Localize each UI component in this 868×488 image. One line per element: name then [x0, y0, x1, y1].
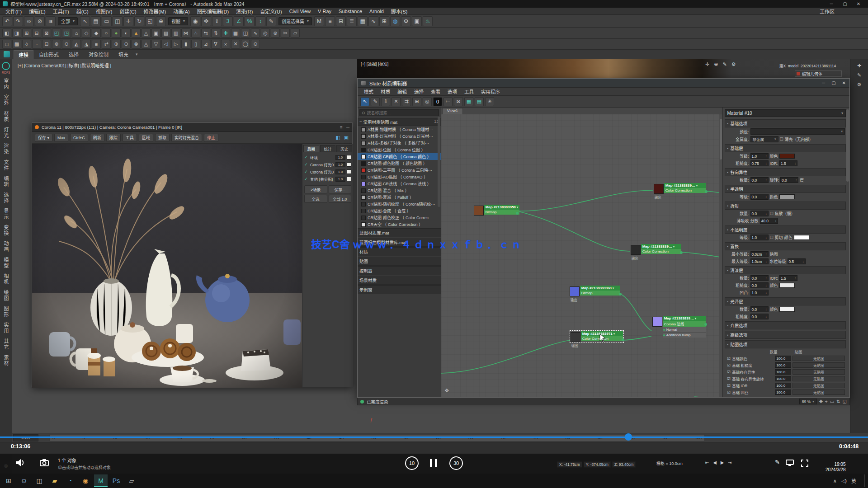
param-row[interactable]: 粗糙度: 0.75↕ IOR: 1.5↕ — [725, 160, 846, 167]
tool-icon[interactable]: ◎ — [261, 28, 270, 38]
video-progress-bar[interactable] — [0, 436, 868, 438]
workspace-label[interactable]: 工作区 — [820, 8, 866, 15]
material-list-item[interactable]: CR贴图-位图 （ Corona 位图 ） — [358, 146, 441, 153]
checkbox-icon[interactable]: ☑ — [727, 376, 731, 381]
monitor-icon[interactable] — [786, 460, 794, 468]
stop-button[interactable]: 停止 — [204, 134, 218, 142]
tool-icon[interactable]: ⇅ — [211, 28, 220, 38]
sidebar-category[interactable]: 绘图 — [2, 290, 9, 301]
tray-up-icon[interactable]: ∧ — [833, 478, 837, 484]
mirror-icon[interactable]: M▾ — [314, 16, 324, 26]
named-sets-combo[interactable]: 创建选择集▾ — [277, 17, 313, 25]
viewport-label[interactable]: [+] [Corona Camera001] [标准] [默认明暗处理 ] — [18, 62, 111, 69]
material-node[interactable]: Map #21383839… Corona 法线 Normal Addition… — [652, 316, 706, 338]
sidebar-category[interactable]: 变换 — [2, 225, 9, 236]
slate-menu-item[interactable]: 选项 — [444, 88, 461, 95]
sidebar-category[interactable]: 素材 — [2, 355, 9, 366]
lightmix-row[interactable]: ✓ 其他 (共分配) 1.0 — [303, 175, 352, 183]
ime-icon[interactable]: 英 — [851, 477, 856, 484]
layout-children-icon[interactable]: ⊠ — [454, 97, 463, 106]
library-section-header[interactable]: 示例窗 — [358, 285, 441, 294]
param-row[interactable]: 等级: 0.0↕ ↕ 颜色 — [725, 193, 846, 200]
chrome-button[interactable]: ◉ — [79, 474, 92, 487]
checkbox-icon[interactable]: ☑ — [727, 363, 731, 367]
material-list-item[interactable]: A材质-多维/子对象 （ 多维/子对··· — [358, 140, 441, 146]
zoom-region-icon[interactable]: ▭ — [830, 399, 834, 404]
options-icon[interactable]: ✳ — [485, 97, 494, 106]
tool-icon[interactable]: ⊿ — [201, 40, 210, 49]
slate-close-button[interactable]: ✕ — [842, 80, 846, 85]
render-icon[interactable]: ♨▾ — [423, 16, 433, 26]
map-slot-button[interactable]: 无贴图 — [793, 356, 845, 361]
material-list-item[interactable]: CR贴图-颜色贴图 （ 颜色贴图 ） — [358, 160, 441, 167]
map-slot-button[interactable]: 无贴图 — [793, 369, 845, 375]
tool-icon[interactable]: △ — [142, 28, 151, 38]
folder-button[interactable]: ▱ — [125, 474, 138, 487]
slate-menu-item[interactable]: 实用程序 — [477, 88, 504, 95]
menu-item[interactable]: Civil View — [286, 9, 314, 14]
tool-icon[interactable]: ⇄ — [102, 40, 111, 49]
tool-icon[interactable]: ⊖ — [122, 40, 131, 49]
pencil-icon[interactable]: ✎ — [857, 72, 861, 78]
menu-item[interactable]: 自定义(U) — [256, 8, 285, 15]
param-row[interactable]: 数量: 0.0↕ ☐焦散（慢） ↕ — [725, 210, 846, 217]
vfb-title-bar[interactable]: Corona 11 | 800x722px (1:1) | Camera: Co… — [32, 123, 352, 132]
tool-icon[interactable]: ◮ — [82, 40, 91, 49]
vfb-tab[interactable]: 历史 — [336, 145, 352, 152]
material-selector[interactable]: Material #10▾ — [725, 109, 846, 117]
sidebar-category[interactable]: 相机 — [2, 273, 9, 285]
rollout-opacity[interactable]: 不透明度 — [725, 225, 846, 234]
volume-icon[interactable] — [15, 458, 25, 469]
zero-button[interactable]: 0 — [433, 97, 442, 106]
slate-menu-item[interactable]: 工具 — [461, 88, 477, 95]
tool-icon[interactable]: ◇ — [82, 28, 91, 38]
tool-icon[interactable]: ◨ — [12, 28, 21, 38]
menu-item[interactable]: 图形编辑器(D) — [193, 8, 232, 15]
ribbon-tab[interactable]: 自由形式 — [34, 50, 63, 58]
angle-snap-icon[interactable]: ∠▾ — [234, 16, 244, 26]
reference-coordsys-combo[interactable]: 视图▾ — [167, 17, 189, 25]
map-slot-button[interactable]: 无贴图 — [793, 362, 845, 368]
corona-vfb-window[interactable]: Corona 11 | 800x722px (1:1) | Camera: Co… — [32, 122, 353, 387]
sidebar-category[interactable]: 模型 — [2, 257, 9, 269]
rewind-10-button[interactable]: 10 — [405, 456, 419, 470]
material-node[interactable]: Map #2138383968 Bitmap 输出 — [570, 286, 620, 296]
library-section-header[interactable]: 场景材质 — [358, 276, 441, 285]
tool-icon[interactable]: ◧ — [2, 28, 11, 38]
map-slot-button[interactable]: 无贴图 — [793, 389, 845, 395]
material-list-item[interactable]: CR贴图-颜色校正 （ Color Correc··· — [358, 214, 441, 221]
undo-icon[interactable]: ↶▾ — [2, 16, 12, 26]
param-row[interactable]: 数量: 0.0↕ 旋转: 0.0↕ 度 — [725, 176, 846, 183]
tool-icon[interactable]: ▫ — [32, 40, 41, 49]
material-list-item[interactable]: CR贴图-衰减 （ Falloff ） — [358, 194, 441, 201]
lightmix-action-button[interactable]: 保存... — [329, 185, 352, 193]
node-slot[interactable]: Normal — [663, 327, 706, 332]
slate-menu-item[interactable]: 选择 — [410, 88, 427, 95]
tool-icon[interactable]: ∴ — [191, 28, 200, 38]
material-node[interactable]: Map #2138383971 Color Correction 输出 — [571, 331, 623, 342]
sidebar-category[interactable]: 显示 — [2, 208, 9, 220]
tool-icon[interactable]: ▲ — [132, 28, 141, 38]
rendered-frame-icon[interactable]: ▣▾ — [412, 16, 422, 26]
tool-icon[interactable]: ▦ — [231, 28, 240, 38]
redo-icon[interactable]: ↷▾ — [13, 16, 23, 26]
scene-explorer-icon[interactable]: ⊟▾ — [336, 16, 346, 26]
tool-icon[interactable]: ◫ — [241, 28, 250, 38]
align-icon[interactable]: ≡▾ — [325, 16, 335, 26]
viewport-nav-icon[interactable]: ✎ — [722, 61, 726, 67]
rollout-map-options[interactable]: 贴图选项 — [725, 340, 846, 348]
file-explorer-button[interactable]: ▰ — [48, 474, 61, 487]
tool-icon[interactable]: ◬ — [142, 40, 151, 49]
viewport-nav-icon[interactable]: ⚙ — [731, 61, 736, 67]
show-desktop-button[interactable] — [864, 474, 866, 487]
select-manipulate-icon[interactable]: ✜▾ — [201, 16, 211, 26]
hide-unused-slots-icon[interactable]: ⊞ — [412, 97, 421, 106]
checkbox-icon[interactable]: ☑ — [727, 370, 731, 374]
percent-snap-icon[interactable]: %▾ — [245, 16, 255, 26]
rollout-sheen[interactable]: 光泽层 — [725, 297, 846, 305]
ribbon-toggle-icon[interactable]: ▦▾ — [358, 16, 368, 26]
screenshot-icon[interactable] — [40, 459, 49, 468]
menu-item[interactable]: 工具(T) — [49, 8, 73, 15]
lightmix-button[interactable]: 实时灯光混合 — [171, 134, 202, 142]
menu-item[interactable]: 文件(F) — [2, 8, 25, 15]
